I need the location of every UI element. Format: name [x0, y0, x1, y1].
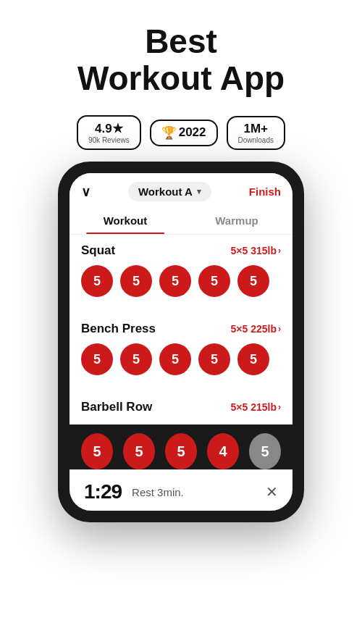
rating-badge: 4.9★ 90k Reviews	[77, 115, 141, 150]
barbell-rep-5[interactable]: 5	[249, 433, 281, 469]
squat-circles: 5 5 5 5 5	[81, 265, 281, 297]
title-line2: Workout App	[77, 59, 285, 97]
squat-rep-4[interactable]: 5	[198, 265, 230, 297]
title-line1: Best	[145, 22, 217, 60]
tabs-bar: Workout Warmup	[70, 207, 292, 235]
rest-time-display: 1:29	[84, 480, 122, 503]
barbell-row-name: Barbell Row	[81, 400, 152, 414]
phone-wrapper: ∨ Workout A ▾ Finish Workout Warmup	[0, 162, 362, 522]
rating-value: 4.9★	[95, 121, 123, 136]
trophy-icon: 🏆	[161, 125, 177, 141]
caret-icon: ▾	[197, 187, 201, 196]
barbell-row-section: Barbell Row 5×5 215lb ›	[70, 391, 292, 425]
bench-rep-2[interactable]: 5	[120, 343, 152, 375]
bench-rep-3[interactable]: 5	[159, 343, 191, 375]
squat-row: Squat 5×5 315lb ›	[81, 243, 281, 258]
downloads-value: 1M+	[243, 122, 268, 136]
bench-rep-4[interactable]: 5	[198, 343, 230, 375]
workout-name: Workout A	[138, 185, 193, 198]
close-icon[interactable]: ✕	[266, 483, 278, 501]
finish-button[interactable]: Finish	[249, 185, 281, 198]
bench-rep-5[interactable]: 5	[237, 343, 269, 375]
barbell-rep-3[interactable]: 5	[165, 433, 197, 469]
tab-workout[interactable]: Workout	[70, 207, 181, 234]
dark-bottom-bar: 5 5 5 4 5 1:29 Rest 3min. ✕	[70, 425, 292, 511]
squat-rep-1[interactable]: 5	[81, 265, 113, 297]
squat-rep-2[interactable]: 5	[120, 265, 152, 297]
bench-press-section: Bench Press 5×5 225lb › 5 5 5 5 5	[70, 313, 292, 391]
squat-section: Squat 5×5 315lb › 5 5 5 5 5	[70, 235, 292, 313]
bench-press-sets[interactable]: 5×5 225lb ›	[231, 323, 281, 335]
barbell-rep-2[interactable]: 5	[123, 433, 155, 469]
phone-screen: ∨ Workout A ▾ Finish Workout Warmup	[70, 173, 292, 511]
app-bar: ∨ Workout A ▾ Finish	[70, 173, 292, 207]
downloads-sub: Downloads	[238, 136, 274, 144]
workout-selector[interactable]: Workout A ▾	[128, 182, 211, 201]
rest-timer: 1:29 Rest 3min. ✕	[70, 469, 292, 511]
tab-warmup[interactable]: Warmup	[181, 207, 292, 234]
bench-press-circles: 5 5 5 5 5	[81, 343, 281, 375]
squat-rep-5[interactable]: 5	[237, 265, 269, 297]
barbell-row-circles: 5 5 5 4 5	[81, 433, 281, 469]
rating-sub: 90k Reviews	[88, 136, 130, 144]
header-title: Best Workout App	[14, 23, 348, 96]
downloads-badge: 1M+ Downloads	[227, 116, 285, 150]
squat-rep-3[interactable]: 5	[159, 265, 191, 297]
header: Best Workout App	[0, 0, 362, 109]
bench-press-row: Bench Press 5×5 225lb ›	[81, 322, 281, 336]
badges-row: 4.9★ 90k Reviews 🏆 2022 1M+ Downloads	[0, 109, 362, 162]
bench-rep-1[interactable]: 5	[81, 343, 113, 375]
chevron-down-icon[interactable]: ∨	[81, 184, 90, 200]
barbell-row-header: Barbell Row 5×5 215lb ›	[81, 400, 281, 414]
barbell-row-sets[interactable]: 5×5 215lb ›	[231, 401, 281, 413]
squat-sets[interactable]: 5×5 315lb ›	[231, 245, 281, 256]
barbell-rep-1[interactable]: 5	[81, 433, 113, 469]
squat-name: Squat	[81, 243, 115, 258]
rest-label: Rest 3min.	[132, 486, 266, 498]
award-year: 2022	[179, 125, 206, 140]
phone-mockup: ∨ Workout A ▾ Finish Workout Warmup	[58, 162, 304, 522]
barbell-row-arrow-icon: ›	[278, 402, 281, 412]
bench-press-arrow-icon: ›	[278, 324, 281, 334]
bench-press-name: Bench Press	[81, 322, 156, 336]
barbell-rep-4[interactable]: 4	[207, 433, 239, 469]
squat-arrow-icon: ›	[278, 246, 281, 256]
award-content: 🏆 2022	[161, 125, 206, 141]
award-badge: 🏆 2022	[150, 120, 218, 146]
